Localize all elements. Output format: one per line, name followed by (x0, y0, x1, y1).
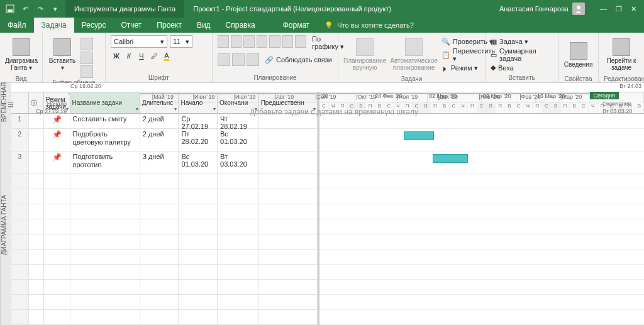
fill-color-button[interactable]: A (161, 50, 172, 62)
table-row[interactable]: 2📌Подобрать цветовую палитру2 днейПт 28.… (11, 129, 318, 151)
gantt-row[interactable] (319, 129, 644, 151)
col-mode[interactable]: Режим задачи▾ (44, 92, 70, 113)
window-title: Проект1 - Project стандартный (Нелицензи… (184, 0, 400, 18)
table-row[interactable] (11, 174, 318, 189)
undo-icon[interactable]: ↶ (20, 4, 30, 14)
paste-icon (53, 38, 71, 56)
paste-button[interactable]: Вставить ▾ (48, 35, 77, 74)
qat-dropdown-icon[interactable]: ▾ (50, 4, 60, 14)
task-icon: ▦ (491, 38, 497, 46)
pct100-button[interactable] (295, 35, 306, 48)
col-indicators[interactable]: ⓘ (29, 92, 44, 113)
tab-task[interactable]: Задача (34, 18, 74, 33)
tab-format[interactable]: Формат (275, 18, 318, 33)
task-bar[interactable] (404, 131, 434, 140)
insert-task-button[interactable]: ▦Задача ▾ (491, 38, 553, 46)
restore-icon[interactable]: ❐ (616, 5, 622, 13)
cell-start[interactable]: Пт 28.02.20 (179, 129, 218, 151)
table-row[interactable] (11, 189, 318, 204)
milestone-button[interactable]: ◆Веха (491, 63, 553, 72)
cell-finish[interactable]: Вт 03.03.20 (218, 151, 259, 174)
font-family-select[interactable]: Calibri▾ (111, 35, 167, 48)
pct50-button[interactable] (269, 35, 280, 48)
pct25-button[interactable] (257, 35, 268, 48)
font-size-select[interactable]: 11▾ (170, 35, 192, 48)
gantt-row[interactable] (319, 189, 644, 204)
table-row[interactable] (11, 295, 318, 310)
gantt-row[interactable] (319, 234, 644, 250)
font-color-button[interactable]: 🖊 (148, 50, 160, 62)
table-row[interactable] (11, 280, 318, 295)
gantt-row[interactable] (319, 204, 644, 219)
underline-button[interactable]: Ч (136, 50, 147, 62)
tab-help[interactable]: Справка (218, 18, 263, 33)
auto-schedule-button[interactable]: Автоматическое планирование (390, 35, 438, 74)
gantt-row[interactable] (319, 219, 644, 234)
task-bar[interactable] (433, 154, 468, 163)
manual-schedule-button[interactable]: Планирование вручную (343, 35, 386, 74)
gantt-row[interactable] (319, 250, 644, 265)
gantt-side-label: ДИАГРАММА ГАНТА (0, 126, 11, 325)
cell-name[interactable]: Подобрать цветовую палитру (70, 129, 140, 151)
outdent-button[interactable] (218, 35, 229, 48)
gantt-row[interactable] (319, 151, 644, 174)
gantt-row[interactable] (319, 265, 644, 280)
table-row[interactable]: 3📌Подготовить прототип3 днейВс 01.03.20В… (11, 151, 318, 174)
tab-report[interactable]: Отчет (113, 18, 149, 33)
cell-predecessors[interactable] (259, 151, 318, 174)
col-predecessors[interactable]: Предшественн▾ (259, 92, 318, 113)
col-start[interactable]: Начало▾ (179, 92, 218, 113)
copy-button[interactable] (80, 52, 93, 64)
table-row[interactable] (11, 234, 318, 250)
minimize-icon[interactable]: — (600, 5, 607, 13)
gantt-row[interactable] (319, 310, 644, 325)
table-row[interactable] (11, 250, 318, 265)
gantt-chart-button[interactable]: Диаграмма Ганта ▾ (5, 35, 38, 74)
timeline-panel[interactable]: Ср 19.02.20 Вт 24.03 Начало Ср 27.02.19 … (11, 83, 644, 92)
close-icon[interactable]: ✕ (631, 5, 636, 13)
col-duration[interactable]: Длительнс▾ (140, 92, 179, 113)
tell-me[interactable]: 💡 Что вы хотите сделать? (317, 18, 421, 33)
cut-button[interactable] (80, 38, 93, 50)
avatar-icon[interactable] (572, 3, 585, 15)
redo-icon[interactable]: ↷ (35, 4, 45, 14)
tab-file[interactable]: Файл (0, 18, 34, 33)
italic-button[interactable]: К (123, 50, 135, 62)
cell-indicator (29, 114, 44, 128)
tab-resource[interactable]: Ресурс (74, 18, 114, 33)
scroll-to-task-button[interactable]: Перейти к задаче (604, 35, 639, 74)
col-name-label: Название задачи (72, 99, 123, 106)
gantt-row[interactable] (319, 280, 644, 295)
bold-button[interactable]: Ж (111, 50, 122, 62)
gantt-row[interactable] (319, 114, 644, 129)
tab-project[interactable]: Проект (149, 18, 189, 33)
cell-duration[interactable]: 2 дней (140, 129, 179, 151)
pin-icon: 📌 (52, 130, 62, 139)
split-button[interactable] (247, 53, 259, 66)
link-button[interactable] (218, 53, 230, 66)
cell-duration[interactable]: 3 дней (140, 151, 179, 174)
indent-button[interactable] (231, 35, 242, 48)
cell-name[interactable]: Подготовить прототип (70, 151, 140, 174)
col-finish[interactable]: Окончани▾ (218, 92, 259, 113)
table-row[interactable] (11, 219, 318, 234)
respect-links-button[interactable]: 🔗Соблюдать связи (265, 56, 332, 64)
cell-start[interactable]: Вс 01.03.20 (179, 151, 218, 174)
pct75-button[interactable] (282, 35, 294, 48)
pct0-button[interactable] (243, 35, 255, 48)
cell-finish[interactable]: Вс 01.03.20 (218, 129, 259, 151)
gantt-row[interactable] (319, 295, 644, 310)
table-row[interactable] (11, 310, 318, 325)
format-painter-button[interactable] (80, 65, 93, 78)
cell-predecessors[interactable] (259, 129, 318, 151)
unlink-button[interactable] (232, 53, 245, 66)
information-button[interactable]: Сведения (564, 35, 593, 74)
save-icon[interactable] (5, 4, 15, 14)
col-rownum[interactable] (11, 92, 29, 113)
summary-task-button[interactable]: ▭Суммарная задача (491, 47, 553, 62)
tab-view[interactable]: Вид (189, 18, 218, 33)
col-name[interactable]: Название задачи▾ (70, 92, 140, 113)
table-row[interactable] (11, 204, 318, 219)
table-row[interactable] (11, 265, 318, 280)
gantt-row[interactable] (319, 174, 644, 189)
